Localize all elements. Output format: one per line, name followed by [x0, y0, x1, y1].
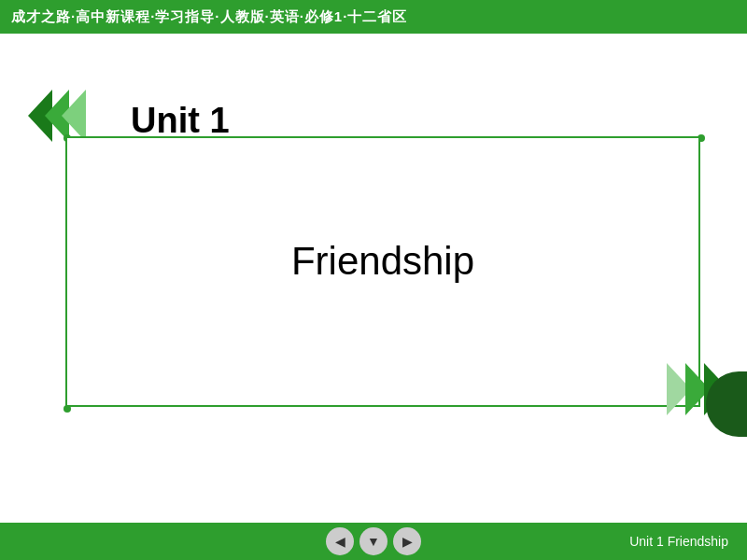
- topic-title: Friendship: [65, 239, 700, 284]
- next-button[interactable]: ▶: [393, 527, 421, 555]
- navigation-buttons: ◀ ▼ ▶: [326, 527, 421, 555]
- bottom-label: Unit 1 Friendship: [629, 534, 728, 549]
- top-bar-title: 成才之路·高中新课程·学习指导·人教版·英语·必修1·十二省区: [11, 8, 407, 26]
- prev-button[interactable]: ◀: [326, 527, 354, 555]
- home-button[interactable]: ▼: [359, 527, 388, 555]
- bottom-bar: ◀ ▼ ▶ Unit 1 Friendship: [0, 523, 747, 560]
- main-content: Unit 1 Friendship: [0, 34, 747, 523]
- chevrons-left-decoration: [28, 90, 86, 142]
- unit-title: Unit 1: [131, 101, 230, 141]
- top-bar: 成才之路·高中新课程·学习指导·人教版·英语·必修1·十二省区: [0, 0, 747, 34]
